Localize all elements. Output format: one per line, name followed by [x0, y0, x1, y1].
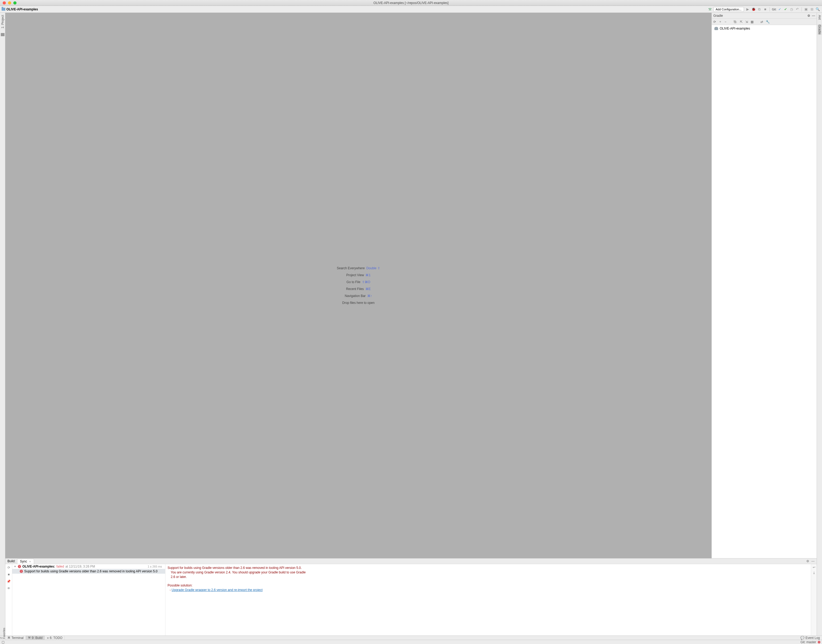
build-tree-item[interactable]: ! Support for builds using Gradle versio…	[12, 569, 165, 574]
git-branch-label[interactable]: Git: master	[801, 640, 816, 644]
hammer-icon: ⚒	[28, 636, 31, 639]
error-icon: !	[20, 570, 23, 573]
todo-icon: ≡	[47, 636, 49, 639]
build-sync-tab-label: Sync	[20, 560, 27, 563]
stop-icon[interactable]: ■	[763, 7, 767, 11]
minimize-window-button[interactable]	[8, 2, 11, 5]
build-tool-button[interactable]: ⚒ 9: Build	[26, 636, 45, 640]
project-tool-button[interactable]: 1: Project	[1, 14, 5, 29]
build-sync-tab[interactable]: Sync ✕	[17, 559, 34, 564]
build-root-name: OLIVE-API-examples:	[22, 565, 55, 568]
settings-icon[interactable]: ⊞	[810, 7, 814, 11]
gradle-add-icon[interactable]: ＋	[719, 20, 722, 24]
editor-empty-state: Search Everywhere Double ⇧ Project View …	[5, 13, 712, 558]
hint-drop-files: Drop files here to open	[342, 301, 374, 305]
build-hide-icon[interactable]: —	[811, 559, 814, 563]
gradle-settings-icon[interactable]: ⚙	[807, 14, 810, 18]
build-tree: ▼ ! OLIVE-API-examples: failed at 12/11/…	[12, 564, 166, 635]
right-tool-strip: Ant Gradle	[817, 13, 822, 635]
build-side-toolbar: ⟳ ■ 📌 👁	[5, 564, 12, 635]
soft-wrap-icon[interactable]: ↩	[813, 565, 815, 570]
git-label: Git:	[772, 8, 776, 11]
ant-tool-button[interactable]: Ant	[818, 14, 822, 20]
build-output-line: Support for builds using Gradle versions…	[167, 566, 814, 570]
todo-tool-button[interactable]: ≡ 6: TODO	[45, 636, 65, 640]
build-settings-icon[interactable]: ⚙	[806, 559, 809, 563]
git-revert-icon[interactable]: ↶	[795, 7, 799, 11]
hint-shortcut: ⌘1	[365, 273, 371, 277]
gradle-elephant-icon[interactable]: 🐘	[733, 20, 737, 24]
gradle-tool-window: Gradle ⚙ — ⟳ ＋ − 🐘 ⇱ ⇲ ▦ ⇄	[712, 13, 817, 558]
gradle-wrench-icon[interactable]: 🔧	[766, 20, 770, 24]
todo-label: 6: TODO	[50, 636, 63, 640]
ant-tool-label: Ant	[818, 15, 822, 20]
build-item-text: Support for builds using Gradle versions…	[24, 569, 157, 573]
gradle-expand-icon[interactable]: ⇱	[740, 20, 742, 24]
search-everywhere-icon[interactable]: 🔍	[816, 7, 820, 11]
gradle-hide-icon[interactable]: —	[812, 14, 815, 18]
add-configuration-button[interactable]: Add Configuration...	[713, 7, 744, 12]
build-rerun-icon[interactable]: ⟳	[8, 566, 10, 569]
build-tool-window: ⟳ ■ 📌 👁 ▼ ! OLIVE-API-examples: failed a…	[5, 564, 817, 635]
hint-label: Drop files here to open	[342, 301, 374, 305]
build-output-line: You are currently using Gradle version 2…	[167, 570, 814, 575]
hint-shortcut: ⌘E	[365, 287, 371, 291]
hint-shortcut: ⇧⌘O	[362, 280, 370, 284]
project-structure-icon[interactable]: ▣	[804, 7, 808, 11]
git-history-icon[interactable]: ◷	[789, 7, 793, 11]
status-bar: ▢ Git: master !	[0, 640, 822, 644]
build-tool-header: Build: Sync ✕ ⚙ —	[5, 558, 817, 564]
project-tool-icon[interactable]	[1, 33, 5, 36]
event-log-button[interactable]: Event Log	[805, 636, 820, 640]
tree-expand-icon[interactable]: ▼	[14, 565, 17, 568]
gradle-group-icon[interactable]: ▦	[751, 20, 753, 24]
build-stop-icon[interactable]: ■	[8, 573, 9, 577]
favorites-tool-button[interactable]: 2: Favorites	[0, 627, 6, 639]
build-tool-label: 9: Build	[32, 636, 42, 640]
status-tool-windows-icon[interactable]: ▢	[2, 640, 5, 644]
hint-label: Recent Files	[346, 287, 364, 291]
titlebar: OLIVE-API-examples [~/repos/OLIVE-API-ex…	[0, 0, 822, 6]
coverage-icon[interactable]: ⧉	[757, 7, 762, 11]
git-commit-icon[interactable]: ✔	[784, 7, 788, 11]
gradle-tool-button[interactable]: Gradle	[818, 24, 822, 35]
gradle-refresh-icon[interactable]: ⟳	[713, 20, 716, 24]
build-view-icon[interactable]: 👁	[7, 586, 11, 590]
build-root-duration: 1 s 265 ms	[147, 565, 164, 568]
terminal-label: Terminal	[11, 636, 23, 640]
status-error-icon[interactable]: !	[818, 641, 820, 644]
git-update-icon[interactable]: ✓	[778, 7, 782, 11]
hint-label: Go to File	[347, 280, 360, 284]
build-output[interactable]: Support for builds using Gradle versions…	[166, 564, 817, 635]
zoom-window-button[interactable]	[13, 2, 17, 5]
close-tab-icon[interactable]: ✕	[29, 560, 31, 563]
window-controls	[0, 2, 17, 5]
close-window-button[interactable]	[3, 2, 6, 5]
build-root-timestamp: at 12/11/19, 3:26 PM	[65, 565, 95, 568]
run-icon[interactable]: ▶	[745, 7, 750, 11]
gradle-remove-icon[interactable]: −	[724, 20, 726, 24]
gradle-project-node[interactable]: OLIVE-API-examples	[712, 25, 817, 32]
build-pin-icon[interactable]: 📌	[7, 580, 11, 583]
hint-label: Navigation Bar	[345, 294, 366, 298]
hint-search-everywhere: Search Everywhere Double ⇧	[337, 266, 380, 270]
gradle-project-icon	[715, 27, 718, 30]
build-output-heading: Possible solution:	[167, 583, 814, 588]
left-tool-strip: 1: Project	[0, 13, 5, 635]
gradle-tool-label: Gradle	[818, 25, 822, 34]
breadcrumb-project[interactable]: OLIVE-API-examples	[6, 8, 38, 11]
build-project-icon[interactable]: ⚒	[708, 7, 712, 11]
scroll-to-end-icon[interactable]: ⤓	[813, 571, 815, 575]
gradle-offline-icon[interactable]: ⇄	[761, 20, 763, 24]
debug-icon[interactable]: 🐞	[751, 7, 756, 11]
bottom-tool-strip: 2: Favorites ⌘ Terminal ⚒ 9: Build ≡ 6: …	[0, 635, 822, 640]
build-tree-root[interactable]: ▼ ! OLIVE-API-examples: failed at 12/11/…	[12, 564, 165, 569]
terminal-tool-button[interactable]: ⌘ Terminal	[5, 636, 26, 640]
gradle-collapse-icon[interactable]: ⇲	[745, 20, 748, 24]
build-root-status: failed	[57, 565, 64, 568]
hint-navigation-bar: Navigation Bar ⌘↑	[345, 294, 372, 298]
gradle-project-label: OLIVE-API-examples	[720, 27, 750, 31]
build-label: Build:	[8, 559, 15, 563]
main-area: 1: Project Search Everywhere Double ⇧ Pr…	[0, 13, 822, 635]
upgrade-gradle-link[interactable]: Upgrade Gradle wrapper to 2.6 version an…	[172, 588, 263, 592]
